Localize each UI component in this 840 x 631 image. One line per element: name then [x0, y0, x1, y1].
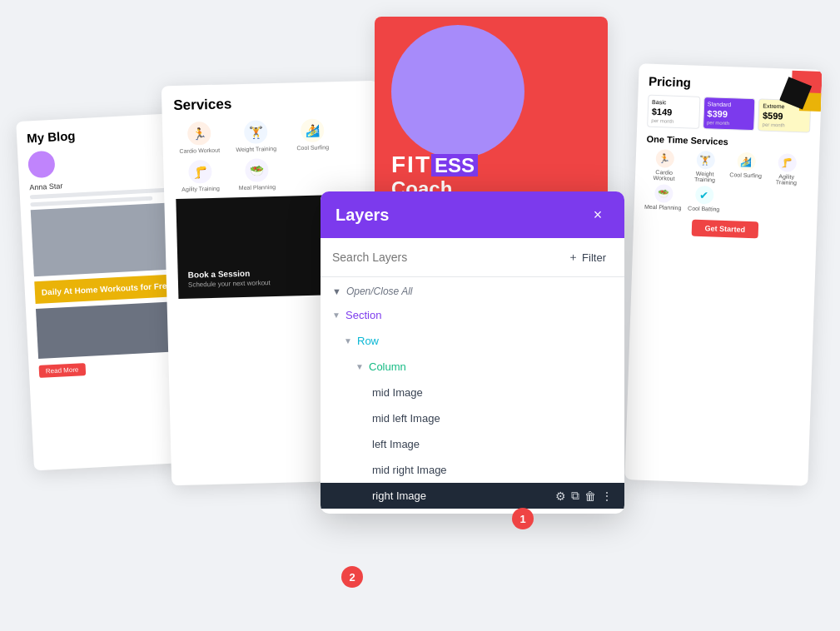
badge-number-2: 2: [341, 566, 363, 588]
mid-left-image-duplicate-icon[interactable]: ⧉: [571, 411, 579, 425]
layer-column-name: Column: [369, 360, 555, 373]
blog-yellow-banner: Daily At Home Workouts for Free: [34, 273, 198, 304]
section-delete-icon[interactable]: 🗑: [584, 309, 596, 322]
ot-surf: 🏄 Cool Surfing: [727, 152, 765, 185]
layer-right-image-actions: ⚙ ⧉ 🗑 ⋮: [555, 489, 613, 503]
ot-check: ✔ Cool Batting: [685, 185, 723, 212]
service-meal: 🥗 Meal Planning: [231, 158, 282, 191]
layer-mid-image-name: mid Image: [372, 386, 555, 399]
layers-search-input[interactable]: [332, 251, 554, 264]
ot-agility: 🦵 Agility Training: [768, 153, 806, 186]
blog-author: Anna Star: [29, 175, 192, 191]
left-image-delete-icon[interactable]: 🗑: [584, 438, 596, 451]
mid-left-image-settings-icon[interactable]: ⚙: [555, 412, 566, 425]
column-duplicate-icon[interactable]: ⧉: [571, 360, 579, 374]
pricing-basic: Basic $149 per month: [647, 95, 700, 129]
layers-close-button[interactable]: ×: [586, 203, 609, 226]
ot-weight: 🏋 Weight Training: [686, 150, 724, 183]
layer-mid-left-image-row[interactable]: mid left Image ⚙ ⧉ 🗑 ⋮: [321, 405, 624, 431]
services-icons-row-1: 🏃 Cardio Workout 🏋 Weight Training 🏄 Coo…: [174, 117, 368, 154]
pricing-plans-row: Basic $149 per month Standard $399 per m…: [647, 95, 811, 133]
ot-cardio: 🏃 Cardio Workout: [645, 149, 683, 182]
layers-modal: Layers × ＋ Filter ▼ Open/Close All ▼ Sec…: [321, 191, 624, 514]
pricing-title: Pricing: [649, 74, 812, 94]
row-delete-icon[interactable]: 🗑: [584, 335, 596, 348]
layer-right-image-row[interactable]: right Image ⚙ ⧉ 🗑 ⋮: [321, 483, 624, 509]
mid-image-delete-icon[interactable]: 🗑: [584, 386, 596, 400]
service-weight: 🏋 Weight Training: [231, 120, 281, 153]
layers-filter-button[interactable]: ＋ Filter: [561, 246, 613, 268]
layer-column-row[interactable]: ▼ Column ⚙ ⧉ 🗑 ⋮: [321, 354, 624, 380]
right-image-more-icon[interactable]: ⋮: [601, 489, 613, 503]
ot-meal: 🥗 Meal Planning: [644, 184, 683, 211]
pricing-standard: Standard $399 per month: [703, 97, 756, 131]
column-arrow-icon: ▼: [355, 362, 367, 371]
services-icons-row-2: 🦵 Agility Training 🥗 Meal Planning: [175, 156, 369, 192]
right-image-duplicate-icon[interactable]: ⧉: [571, 489, 579, 503]
blog-image-2: [36, 301, 201, 359]
layer-mid-left-image-name: mid left Image: [372, 412, 555, 425]
pricing-extreme: Extreme $599 per month: [758, 98, 811, 132]
filter-label: Filter: [582, 251, 606, 264]
service-agility: 🦵 Agility Training: [175, 160, 226, 193]
layer-mid-right-image-name: mid right Image: [372, 464, 555, 476]
mid-image-duplicate-icon[interactable]: ⧉: [571, 385, 579, 400]
layer-left-image-name: left Image: [372, 438, 555, 450]
layer-row-name: Row: [357, 335, 555, 347]
layer-right-image-name: right Image: [372, 489, 555, 502]
section-arrow-icon: ▼: [332, 311, 344, 320]
open-close-arrow-icon: ▼: [332, 286, 341, 296]
column-settings-icon[interactable]: ⚙: [555, 360, 566, 374]
mid-left-image-delete-icon[interactable]: 🗑: [584, 412, 596, 425]
mid-right-image-settings-icon[interactable]: ⚙: [555, 464, 566, 477]
row-settings-icon[interactable]: ⚙: [555, 335, 566, 348]
left-image-more-icon[interactable]: ⋮: [601, 438, 613, 451]
layer-left-image-row[interactable]: left Image ⚙ ⧉ 🗑 ⋮: [321, 431, 624, 457]
mid-right-image-duplicate-icon[interactable]: ⧉: [571, 463, 579, 477]
right-image-settings-icon[interactable]: ⚙: [555, 489, 566, 503]
section-more-icon[interactable]: ⋮: [601, 309, 613, 322]
layers-search-row: ＋ Filter: [321, 238, 624, 277]
one-time-title: One Time Services: [646, 134, 809, 150]
blog-image-1: [31, 201, 197, 276]
mid-image-more-icon[interactable]: ⋮: [601, 386, 613, 400]
column-more-icon[interactable]: ⋮: [601, 360, 613, 374]
layer-section-row[interactable]: ▼ Section ⚙ ⧉ 🗑 ⋮: [321, 302, 624, 328]
right-image-delete-icon[interactable]: 🗑: [584, 489, 596, 503]
blog-title: My Blog: [27, 122, 191, 145]
mid-right-image-delete-icon[interactable]: 🗑: [584, 464, 596, 477]
fitness-circle: [391, 25, 524, 158]
layer-section-name: Section: [345, 309, 555, 321]
layers-modal-title: Layers: [336, 206, 390, 225]
left-image-settings-icon[interactable]: ⚙: [555, 438, 566, 451]
one-time-icons: 🏃 Cardio Workout 🏋 Weight Training 🏄 Coo…: [644, 149, 809, 216]
blog-read-more-btn: Read More: [39, 363, 86, 378]
service-surf: 🏄 Cool Surfing: [287, 118, 338, 152]
section-duplicate-icon[interactable]: ⧉: [571, 308, 579, 322]
pricing-card: Pricing Basic $149 per month Standard $3…: [624, 63, 822, 485]
open-close-all-label: Open/Close All: [346, 286, 413, 297]
row-arrow-icon: ▼: [344, 336, 355, 345]
layers-body: ▼ Open/Close All ▼ Section ⚙ ⧉ 🗑 ⋮ ▼ Row…: [321, 277, 624, 514]
blog-card: My Blog Anna Star Daily At Home Workouts…: [16, 112, 217, 471]
service-cardio: 🏃 Cardio Workout: [174, 122, 225, 155]
blog-avatar: [27, 151, 56, 179]
open-close-all-row: ▼ Open/Close All: [321, 282, 624, 301]
services-title: Services: [173, 92, 366, 114]
layer-row-row[interactable]: ▼ Row ⚙ ⧉ 🗑 ⋮: [321, 328, 624, 354]
layers-header: Layers ×: [321, 191, 624, 238]
layer-mid-right-image-row[interactable]: mid right Image ⚙ ⧉ 🗑 ⋮: [321, 457, 624, 483]
column-delete-icon[interactable]: 🗑: [584, 360, 596, 374]
mid-right-image-more-icon[interactable]: ⋮: [601, 464, 613, 477]
section-settings-icon[interactable]: ⚙: [555, 309, 566, 322]
row-duplicate-icon[interactable]: ⧉: [571, 334, 579, 348]
left-image-duplicate-icon[interactable]: ⧉: [571, 437, 579, 451]
badge-number-1: 1: [512, 508, 534, 529]
filter-plus-icon: ＋: [568, 250, 579, 265]
layer-mid-image-row[interactable]: mid Image ⚙ ⧉ 🗑 ⋮: [321, 380, 624, 405]
row-more-icon[interactable]: ⋮: [601, 335, 613, 348]
mid-image-settings-icon[interactable]: ⚙: [555, 386, 566, 400]
mid-left-image-more-icon[interactable]: ⋮: [601, 412, 613, 425]
